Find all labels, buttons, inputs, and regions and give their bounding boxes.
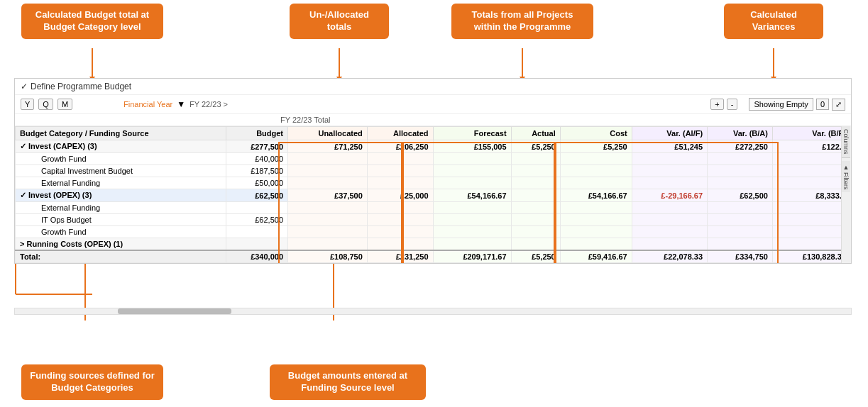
cell-forecast (433, 177, 511, 189)
cell-allocated (367, 177, 433, 189)
cell-unallocated (288, 226, 368, 238)
cell-unallocated (288, 177, 368, 189)
horizontal-scrollbar[interactable] (14, 308, 852, 315)
filters-side-label[interactable]: ▲ Filters (842, 161, 850, 193)
cell-unallocated (288, 238, 368, 251)
cell-budget (226, 226, 287, 238)
showing-empty-btn[interactable]: Showing Empty (749, 98, 813, 111)
cell-var_ba (708, 238, 773, 251)
cell-unallocated: £108,750 (288, 250, 368, 263)
remove-row-btn[interactable]: - (727, 99, 738, 110)
cell-actual: £5,250 (511, 140, 560, 153)
cell-budget: £340,000 (226, 250, 287, 263)
panel-header: ✓ Define Programme Budget (15, 79, 851, 95)
columns-side-label[interactable]: Columns (842, 126, 850, 158)
cell-cost (560, 153, 632, 165)
cell-var_bf (772, 165, 850, 177)
scrollbar-thumb[interactable] (118, 308, 231, 314)
collapse-icon[interactable]: ✓ (21, 82, 28, 91)
cell-var_ba: £334,750 (708, 250, 773, 263)
col-header-forecast: Forecast (433, 127, 511, 140)
table-row[interactable]: External Funding (16, 202, 851, 214)
cell-var_alf (632, 153, 707, 165)
table-row[interactable]: ✓ Invest (CAPEX) (3)£277,500£71,250£206,… (16, 140, 851, 153)
cell-category: Growth Fund (16, 226, 226, 238)
cell-actual (511, 177, 560, 189)
cell-budget: £62,500 (226, 189, 287, 202)
cell-allocated: £25,000 (367, 189, 433, 202)
panel-toolbar: Y Q M Financial Year ▼ FY 22/23 > + - Sh… (15, 95, 851, 114)
cell-var_alf (632, 165, 707, 177)
fy-total-label: FY 22/23 Total (280, 116, 331, 124)
callout-funding-sources: Funding sources defined for Budget Categ… (21, 364, 163, 400)
cell-category: External Funding (16, 202, 226, 214)
cell-budget: £50,000 (226, 177, 287, 189)
cell-category: > Running Costs (OPEX) (1) (16, 238, 226, 251)
chevron-icon: ▼ (177, 99, 185, 109)
table-row[interactable]: Growth Fund (16, 226, 851, 238)
cell-cost: £5,250 (560, 140, 632, 153)
table-row: Total:£340,000£108,750£231,250£209,171.6… (16, 250, 851, 263)
cell-budget: £187,500 (226, 165, 287, 177)
callout-totals: Totals from all Projects within the Prog… (451, 4, 593, 39)
cell-unallocated (288, 214, 368, 226)
cell-actual: £5,250 (511, 250, 560, 263)
cell-cost: £59,416.67 (560, 250, 632, 263)
col-header-var-alf: Var. (Al/F) (632, 127, 707, 140)
cell-unallocated (288, 153, 368, 165)
col-header-var-ba: Var. (B/A) (708, 127, 773, 140)
table-row[interactable]: ✓ Invest (OPEX) (3)£62,500£37,500£25,000… (16, 189, 851, 202)
cell-budget: £277,500 (226, 140, 287, 153)
cell-actual (511, 165, 560, 177)
table-row[interactable]: Growth Fund£40,000 (16, 153, 851, 165)
col-header-var-bf: Var. (B/F) (772, 127, 850, 140)
cell-unallocated (288, 202, 368, 214)
cell-var_alf (632, 226, 707, 238)
cell-actual (511, 202, 560, 214)
financial-year-select[interactable]: Financial Year (123, 100, 172, 108)
callout-unallocated: Un-/Allocated totals (290, 4, 389, 39)
fy-value: FY 22/23 > (189, 100, 228, 108)
cell-forecast (433, 153, 511, 165)
cell-category: ✓ Invest (OPEX) (3) (16, 189, 226, 202)
cell-forecast (433, 202, 511, 214)
cell-var_alf: £51,245 (632, 140, 707, 153)
month-btn[interactable]: M (57, 99, 72, 110)
cell-allocated (367, 153, 433, 165)
cell-cost (560, 177, 632, 189)
quarter-btn[interactable]: Q (38, 99, 53, 110)
cell-var_ba: £62,500 (708, 189, 773, 202)
cell-var_bf (772, 177, 850, 189)
cell-var_ba (708, 153, 773, 165)
cell-forecast (433, 238, 511, 251)
cell-actual (511, 214, 560, 226)
col-header-allocated: Allocated (367, 127, 433, 140)
cell-var_alf (632, 238, 707, 251)
table-row[interactable]: IT Ops Budget£62,500 (16, 214, 851, 226)
cell-forecast (433, 214, 511, 226)
cell-var_alf: £-29,166.67 (632, 189, 707, 202)
budget-table: Budget Category / Funding Source Budget … (15, 126, 851, 263)
cell-allocated (367, 214, 433, 226)
col-header-actual: Actual (511, 127, 560, 140)
year-btn[interactable]: Y (21, 99, 34, 110)
cell-var_bf: £130,828.33 (772, 250, 850, 263)
cell-var_ba (708, 226, 773, 238)
cell-category: External Funding (16, 177, 226, 189)
cell-actual (511, 189, 560, 202)
cell-actual (511, 238, 560, 251)
add-row-btn[interactable]: + (710, 99, 723, 110)
cell-cost (560, 165, 632, 177)
table-row[interactable]: Capital Investment Budget£187,500 (16, 165, 851, 177)
cell-budget (226, 238, 287, 251)
cell-var_alf (632, 202, 707, 214)
table-row[interactable]: External Funding£50,000 (16, 177, 851, 189)
cell-var_ba (708, 202, 773, 214)
cell-category: ✓ Invest (CAPEX) (3) (16, 140, 226, 153)
cell-budget (226, 202, 287, 214)
cell-var_ba (708, 177, 773, 189)
table-row[interactable]: > Running Costs (OPEX) (1) (16, 238, 851, 251)
count-btn[interactable]: 0 (816, 99, 829, 110)
expand-btn[interactable]: ⤢ (832, 99, 845, 111)
cell-var_ba: £272,250 (708, 140, 773, 153)
